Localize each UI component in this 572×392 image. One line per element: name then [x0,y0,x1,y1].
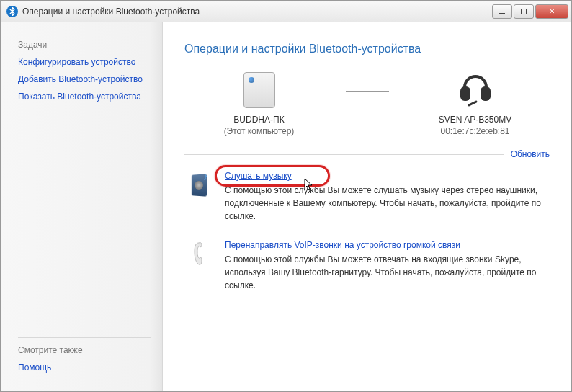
local-device: BUDDHA-ПК (Этот компьютер) [202,70,317,136]
service-listen-music: ♪ Слушать музыку С помощью этой службы В… [184,171,550,223]
separator-line [184,154,504,155]
page-title: Операции и настройки Bluetooth-устройств… [184,43,550,55]
minimize-button[interactable] [492,4,512,19]
sidebar-divider [18,337,151,338]
service-voip: Перенаправлять VoIP-звонки на устройство… [184,240,550,292]
device-pair-row: BUDDHA-ПК (Этот компьютер) SVEN AP-B350M… [184,70,550,136]
phone-icon [189,241,209,271]
bluetooth-icon [6,6,18,17]
service-voip-desc: С помощью этой службы Вы можете отвечать… [225,253,550,292]
service-music-title: Слушать музыку [225,171,292,181]
sidebar-link-help[interactable]: Помощь [18,362,151,373]
local-device-sub: (Этот компьютер) [202,126,317,136]
sidebar-see-also-header: Смотрите также [18,345,151,355]
speaker-icon: ♪ [186,172,212,198]
remote-device-name: SVEN AP-B350MV [418,115,533,125]
sidebar-link-add-device[interactable]: Добавить Bluetooth-устройство [18,74,151,84]
sidebar: Задачи Конфигурировать устройство Добави… [1,22,163,391]
refresh-link[interactable]: Обновить [511,149,550,159]
window-controls: ✕ [492,4,568,19]
close-button[interactable]: ✕ [535,4,568,19]
titlebar: Операции и настройки Bluetooth-устройств… [1,1,571,22]
service-music-link[interactable]: Слушать музыку [225,171,292,181]
local-device-name: BUDDHA-ПК [202,115,317,125]
remote-device: SVEN AP-B350MV 00:1e:7c:2e:eb:81 [418,70,533,136]
computer-icon [243,72,275,108]
sidebar-link-show-devices[interactable]: Показать Bluetooth-устройства [18,92,151,102]
service-music-desc: С помощью этой службы Вы можете слушать … [225,184,550,223]
maximize-button[interactable] [514,4,534,19]
window-title: Операции и настройки Bluetooth-устройств… [22,6,492,17]
device-connection-line [346,87,389,94]
sidebar-link-configure[interactable]: Конфигурировать устройство [18,57,151,67]
window-body: Задачи Конфигурировать устройство Добави… [1,22,571,391]
remote-device-mac: 00:1e:7c:2e:eb:81 [418,126,533,136]
headset-icon [457,72,493,108]
window-root: Операции и настройки Bluetooth-устройств… [1,1,571,391]
sidebar-tasks-header: Задачи [18,40,151,50]
refresh-row: Обновить [184,149,550,159]
service-voip-link[interactable]: Перенаправлять VoIP-звонки на устройство… [225,240,460,250]
main-panel: Операции и настройки Bluetooth-устройств… [163,22,571,391]
